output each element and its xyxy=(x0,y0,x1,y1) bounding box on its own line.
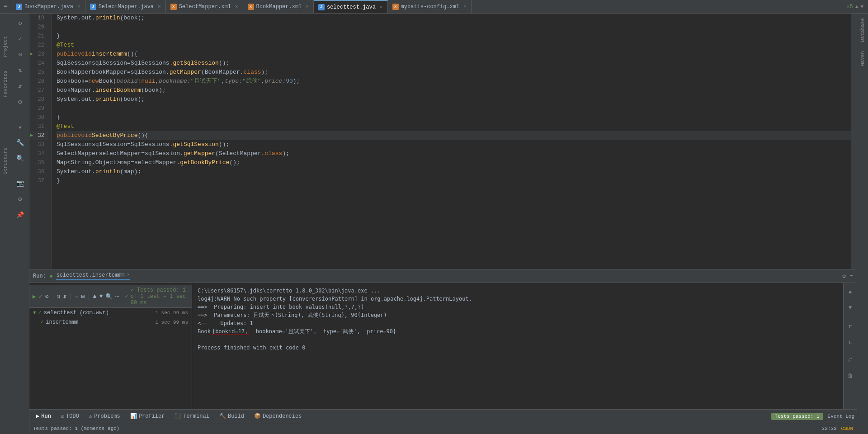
run-panel: Run: ◆ selecttest.insertemmm × ⚙ − xyxy=(29,269,857,409)
sidebar-pin-icon[interactable]: 📌 xyxy=(14,208,27,222)
tab-selectMapper-java[interactable]: J SelectMapper.java × xyxy=(85,0,166,14)
csdn-link[interactable]: CSDN xyxy=(841,426,853,431)
tab-close-icon[interactable]: × xyxy=(158,4,161,9)
sidebar-stop-icon[interactable]: ⊘ xyxy=(14,47,27,61)
favorites-panel-label[interactable]: Favorites xyxy=(3,71,8,97)
tree-check-icon: ✓ xyxy=(38,309,42,316)
line-31: 31 xyxy=(29,122,48,131)
tab-terminal[interactable]: ⬛ Terminal xyxy=(170,411,214,421)
line-27: 27 xyxy=(29,86,48,95)
sidebar-check-icon[interactable]: ✓ xyxy=(14,32,27,45)
tab-selecttest-java[interactable]: J selecttest.java × xyxy=(314,0,388,14)
tree-item-name: selecttest (com.wwr) xyxy=(44,310,109,316)
run-tab-close-icon[interactable]: × xyxy=(127,273,130,278)
xml-file-icon: X xyxy=(170,4,177,10)
console-line-7 xyxy=(198,335,838,344)
code-line-34: SelectMapper selectMapper = sqlSession.g… xyxy=(57,149,851,158)
vertical-scrollbar[interactable] xyxy=(851,14,857,269)
up-nav-button[interactable]: ▲ xyxy=(93,292,97,301)
console-line-3: ==> Preparing: insert into book values(n… xyxy=(198,303,838,311)
tab-problems[interactable]: ⚠ Problems xyxy=(85,411,125,421)
sidebar-camera-icon[interactable]: 📷 xyxy=(14,176,27,190)
tab-close-icon[interactable]: × xyxy=(380,5,383,10)
expand-button[interactable]: ⋯ xyxy=(115,292,119,301)
sidebar-gear2-icon[interactable]: ⚙ xyxy=(14,192,27,206)
run-tab[interactable]: selecttest.insertemmm × xyxy=(56,272,129,280)
tree-item-time2: 1 sec 99 ms xyxy=(155,320,188,325)
settings-button[interactable]: ⚙ xyxy=(842,273,846,280)
tab-close-icon[interactable]: × xyxy=(77,4,80,9)
tab-bookMapper-xml[interactable]: X BookMapper.xml × xyxy=(243,0,314,14)
tab-close-icon[interactable]: × xyxy=(235,4,238,9)
console-line-8: Process finished with exit code 0 xyxy=(198,344,838,352)
run-header: Run: ◆ selecttest.insertemmm × ⚙ − xyxy=(29,269,857,283)
stop-button[interactable]: ⊘ xyxy=(45,292,49,301)
code-editor: 19 20 21 22 ▶ 23 2 xyxy=(29,14,857,269)
run-body: ▶ ✓ ⊘ ⇅ ⇵ ≡ ⊟ ▲ ▼ 🔍 xyxy=(29,283,857,409)
tab-dependencies[interactable]: 📦 Dependencies xyxy=(250,411,306,421)
run-gutter-icon[interactable]: ▶ xyxy=(30,50,33,59)
database-panel-label[interactable]: Database xyxy=(860,18,865,42)
check-button[interactable]: ✓ xyxy=(38,292,42,301)
scroll-down-icon[interactable]: ▼ xyxy=(844,301,857,315)
sidebar-tool-icon[interactable]: ⚙ xyxy=(14,95,27,108)
run-label: Run: xyxy=(33,273,46,279)
status-text: Tests passed: 1 (moments ago) xyxy=(33,426,119,431)
print-icon[interactable]: 🖨 xyxy=(844,353,857,367)
code-line-27: bookMapper.insertBookemm(book); xyxy=(57,86,851,95)
sidebar-bookmark-icon[interactable]: ★ xyxy=(14,120,27,133)
tab-bookMapper-java[interactable]: J BookMapper.java × xyxy=(11,0,85,14)
scroll-up-icon[interactable]: ▲ xyxy=(844,285,857,299)
search-results-button[interactable]: 🔍 xyxy=(105,292,113,301)
java-file-icon: J xyxy=(318,4,325,10)
right-panel-tabs: Database Maven xyxy=(857,14,868,434)
line-37: 37 xyxy=(29,176,48,185)
test-tree-root[interactable]: ▼ ✓ selecttest (com.wwr) 1 sec 99 ms xyxy=(29,308,192,317)
line-20: 20 xyxy=(29,23,48,32)
delete-icon[interactable]: 🗑 xyxy=(844,369,857,382)
nav-up-icon[interactable]: ▲ xyxy=(855,4,859,9)
play-button[interactable]: ▶ xyxy=(32,292,36,301)
tab-profiler[interactable]: 📊 Profiler xyxy=(126,411,170,421)
run-gutter-icon-32[interactable]: ▶ xyxy=(30,131,33,140)
tab-close-icon[interactable]: × xyxy=(306,4,309,9)
console-line-2: log4j:WARN No such property [converersio… xyxy=(198,295,838,303)
event-log-link[interactable]: Event Log xyxy=(828,414,854,419)
nav-down-icon[interactable]: ▼ xyxy=(860,4,863,9)
code-content[interactable]: System.out.println(book); } @Test xyxy=(52,14,851,269)
tab-build[interactable]: 🔨 Build xyxy=(215,411,249,421)
sidebar-wrench-icon[interactable]: 🔧 xyxy=(14,136,27,149)
tab-selectMapper-xml[interactable]: X SelectMapper.xml × xyxy=(166,0,243,14)
scroll-bottom-icon[interactable]: ⇊ xyxy=(844,335,857,349)
console-line-6: Book{bookid=17, bookname='且试天下', type='武… xyxy=(198,327,838,335)
minimize-button[interactable]: − xyxy=(849,273,853,279)
group-button[interactable]: ⊟ xyxy=(81,292,85,301)
project-panel-label[interactable]: Project xyxy=(3,36,8,57)
line-numbers: 19 20 21 22 ▶ 23 2 xyxy=(29,14,52,269)
test-tree-insertemmm[interactable]: ✓ insertemmm 1 sec 99 ms xyxy=(29,317,192,327)
structure-panel-label[interactable]: Structure xyxy=(3,147,8,174)
filter-button[interactable]: ≡ xyxy=(75,292,79,301)
tab-mybatis-config-xml[interactable]: X mybatis-config.xml × xyxy=(388,0,472,14)
scroll-top-icon[interactable]: ⇈ xyxy=(844,319,857,333)
tab-run[interactable]: ▶ Run xyxy=(32,411,56,421)
java-file-icon: J xyxy=(90,4,96,10)
sidebar-refresh-icon[interactable]: ↻ xyxy=(14,16,27,29)
sort-asc-button[interactable]: ⇅ xyxy=(57,292,61,301)
maven-panel-label[interactable]: Maven xyxy=(860,51,865,66)
sidebar-search-icon[interactable]: 🔍 xyxy=(14,151,27,165)
console-output: C:\Users\86157\.jdks\corretto-1.8.0_302\… xyxy=(192,283,843,409)
terminal-tab-icon: ⬛ xyxy=(175,413,181,420)
test-status-text: ✓ Tests passed: 1 of 1 test – 1 sec 99 m… xyxy=(131,287,189,306)
tab-todo[interactable]: ☑ TODO xyxy=(57,411,84,421)
down-nav-button[interactable]: ▼ xyxy=(99,292,103,301)
xml-file-icon: X xyxy=(248,4,254,10)
tab-close-icon[interactable]: × xyxy=(463,4,467,9)
sidebar-sort-icon[interactable]: ⇅ xyxy=(14,63,27,77)
left-sidebar: ↻ ✓ ⊘ ⇅ ⇵ ⚙ ★ 🔧 🔍 📷 ⚙ 📌 xyxy=(11,14,29,434)
left-vertical-tabs: Project Favorites Structure xyxy=(0,14,11,434)
sort-desc-button[interactable]: ⇵ xyxy=(63,292,67,301)
sidebar-sort2-icon[interactable]: ⇵ xyxy=(14,79,27,93)
console-line-5: <== Updates: 1 xyxy=(198,319,838,327)
bottom-toolbar: ▶ Run ☑ TODO ⚠ Problems 📊 Profiler ⬛ xyxy=(29,409,857,423)
